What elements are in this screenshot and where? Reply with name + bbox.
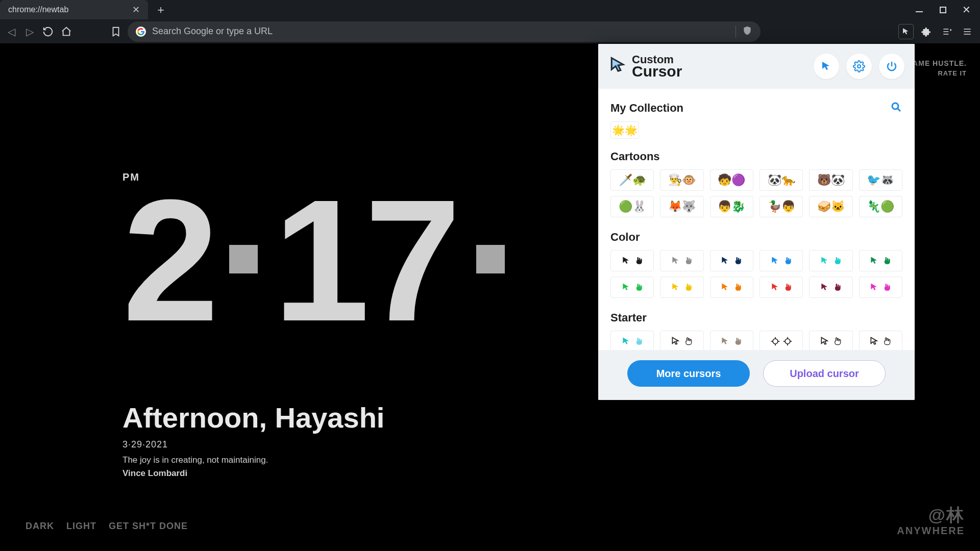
starter-cursor-item[interactable] [859, 331, 902, 350]
theme-gsd[interactable]: GET SH*T DONE [109, 521, 188, 532]
clock-minute: 17 [273, 163, 456, 357]
forward-button[interactable]: ▷ [23, 26, 36, 38]
color-cursor-item[interactable] [760, 277, 803, 298]
starter-cursor-item[interactable] [809, 331, 852, 350]
popup-footer: More cursors Upload cursor [598, 350, 915, 400]
popup-header: Custom Cursor [598, 44, 915, 89]
logo-line2: Cursor [632, 65, 682, 78]
clock-hour: 2 [122, 163, 214, 357]
minimize-button[interactable] [915, 5, 924, 14]
popup-header-actions [814, 54, 904, 79]
reading-list-icon[interactable] [939, 24, 954, 39]
my-collection-title: My Collection [610, 102, 683, 115]
top-right-line2[interactable]: RATE IT [908, 69, 967, 77]
address-input[interactable] [152, 26, 729, 37]
browser-tab[interactable]: chrome://newtab ✕ [0, 0, 148, 19]
my-collection-items: 🌟🌟 [610, 121, 902, 139]
new-tab-page: SAME HUSTLE. RATE IT PM 217 Afternoon, H… [0, 44, 980, 551]
color-cursor-item[interactable] [610, 277, 654, 298]
close-tab-icon[interactable]: ✕ [132, 4, 140, 15]
top-right-caption: SAME HUSTLE. RATE IT [908, 59, 967, 77]
cartoons-grid: 🗡️🐢👨‍🍳🐵🧒🟣🐼🐆🐻🐼🐦🦝🟢🐰🦊🐺👦🐉🦆👦🥪🐱🦎🟢 [610, 169, 902, 217]
logo-cursor-icon [608, 56, 628, 77]
color-cursor-item[interactable] [760, 250, 803, 271]
starter-cursor-item[interactable] [610, 331, 654, 350]
window-titlebar: chrome://newtab ✕ ＋ ✕ [0, 0, 980, 19]
address-wrap [109, 21, 886, 42]
search-icon[interactable] [890, 101, 902, 115]
date-text: 3·29·2021 [122, 439, 384, 450]
color-cursor-item[interactable] [710, 250, 753, 271]
address-separator [736, 26, 736, 38]
cartoon-cursor-item[interactable]: 🥪🐱 [809, 196, 852, 217]
cartoons-title: Cartoons [610, 150, 902, 163]
watermark: @林 ANYWHERE [897, 504, 965, 537]
window-controls: ✕ [915, 5, 980, 14]
svg-point-1 [892, 103, 898, 109]
colors-grid [610, 250, 902, 298]
my-collection-item[interactable]: 🌟🌟 [610, 121, 639, 139]
cartoon-cursor-item[interactable]: 🦊🐺 [660, 196, 703, 217]
starter-cursor-item[interactable] [660, 331, 703, 350]
color-cursor-item[interactable] [859, 277, 902, 298]
upload-cursor-button[interactable]: Upload cursor [763, 360, 886, 387]
cartoon-cursor-item[interactable]: 🧒🟣 [710, 169, 753, 191]
close-window-button[interactable]: ✕ [962, 5, 971, 14]
greeting-text: Afternoon, Hayashi [122, 401, 384, 434]
cartoon-cursor-item[interactable]: 👨‍🍳🐵 [660, 169, 703, 191]
cartoon-cursor-item[interactable]: 🐦🦝 [859, 169, 902, 191]
cartoon-cursor-item[interactable]: 🦎🟢 [859, 196, 902, 217]
watermark-line2: ANYWHERE [897, 525, 965, 537]
maximize-button[interactable] [938, 5, 947, 14]
cartoon-cursor-item[interactable]: 🐻🐼 [809, 169, 852, 191]
starter-cursor-item[interactable] [710, 331, 753, 350]
starter-title: Starter [610, 311, 902, 324]
address-bar[interactable] [128, 21, 761, 42]
reload-button[interactable] [42, 26, 54, 38]
greeting-block: Afternoon, Hayashi 3·29·2021 The joy is … [122, 401, 384, 479]
clock: 217 [122, 187, 505, 334]
settings-button[interactable] [846, 54, 872, 79]
color-cursor-item[interactable] [809, 250, 852, 271]
bookmark-button[interactable] [109, 26, 122, 37]
popup-body: My Collection 🌟🌟 Cartoons 🗡️🐢👨‍🍳🐵🧒🟣🐼🐆🐻🐼🐦… [598, 89, 915, 350]
color-title: Color [610, 231, 902, 244]
starter-cursor-item[interactable] [760, 331, 803, 350]
extensions-icon[interactable] [919, 24, 934, 39]
cartoon-cursor-item[interactable]: 🐼🐆 [760, 169, 803, 191]
quote-text: The joy is in creating, not maintaining. [122, 455, 384, 465]
color-cursor-item[interactable] [710, 277, 753, 298]
color-cursor-item[interactable] [660, 277, 703, 298]
color-cursor-item[interactable] [610, 250, 654, 271]
theme-switcher: DARK LIGHT GET SH*T DONE [26, 521, 188, 532]
svg-point-2 [773, 339, 778, 344]
color-cursor-item[interactable] [859, 250, 902, 271]
svg-point-3 [785, 339, 790, 344]
power-button[interactable] [879, 54, 904, 79]
home-button[interactable] [60, 26, 72, 38]
svg-point-0 [857, 65, 861, 68]
tab-title: chrome://newtab [8, 5, 68, 14]
cartoon-cursor-item[interactable]: 🟢🐰 [610, 196, 654, 217]
toolbar-right [898, 24, 975, 39]
custom-cursor-popup: Custom Cursor My Collection [598, 44, 915, 400]
starter-grid [610, 331, 902, 350]
clock-separator-dot [229, 245, 258, 273]
browser-menu-icon[interactable] [960, 24, 975, 39]
cartoon-cursor-item[interactable]: 🗡️🐢 [610, 169, 654, 191]
theme-light[interactable]: LIGHT [66, 521, 96, 532]
color-cursor-item[interactable] [660, 250, 703, 271]
more-cursors-button[interactable]: More cursors [627, 360, 750, 387]
default-cursor-button[interactable] [814, 54, 839, 79]
tab-strip: chrome://newtab ✕ ＋ [0, 0, 166, 19]
new-tab-button[interactable]: ＋ [155, 2, 166, 17]
back-button[interactable]: ◁ [5, 26, 17, 38]
cartoon-cursor-item[interactable]: 🦆👦 [760, 196, 803, 217]
custom-cursor-extension-icon[interactable] [898, 24, 914, 39]
popup-logo[interactable]: Custom Cursor [608, 55, 682, 78]
browser-toolbar: ◁ ▷ [0, 19, 980, 44]
theme-dark[interactable]: DARK [26, 521, 54, 532]
shield-icon[interactable] [742, 26, 752, 38]
cartoon-cursor-item[interactable]: 👦🐉 [710, 196, 753, 217]
color-cursor-item[interactable] [809, 277, 852, 298]
